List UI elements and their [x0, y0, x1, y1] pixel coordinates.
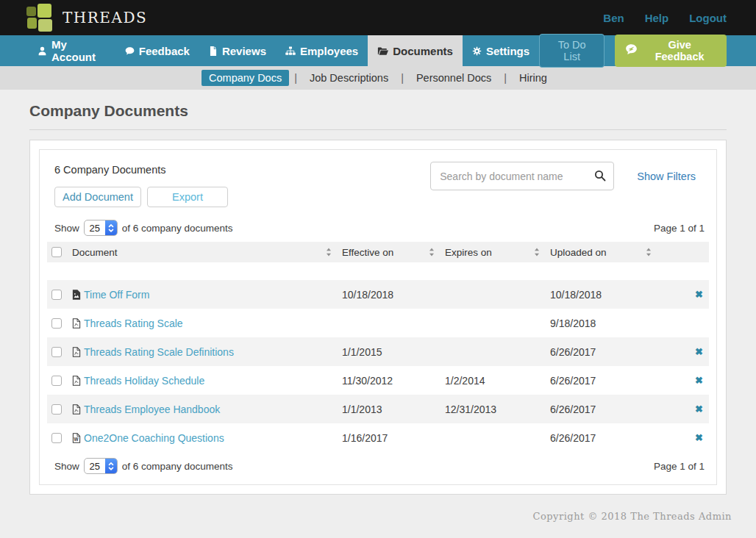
show-label: Show — [54, 223, 79, 234]
export-button[interactable]: Export — [147, 187, 228, 207]
copyright-text: Copyright © 2018 The Threads Admin — [0, 495, 756, 522]
column-header-label: Expires on — [445, 247, 492, 258]
subnav-item-job-descriptions[interactable]: Job Descriptions — [302, 70, 396, 86]
brand-name: THREADS — [63, 9, 147, 26]
sort-icon[interactable] — [646, 248, 657, 257]
sitemap-icon — [285, 46, 296, 56]
file-icon — [209, 46, 218, 56]
nav-tab-documents[interactable]: Documents — [368, 35, 463, 66]
table-body: Time Off Form10/18/201810/18/2018✖Thread… — [47, 280, 709, 452]
column-header-effective-on: Effective on — [338, 247, 441, 258]
documents-table: DocumentEffective onExpires onUploaded o… — [47, 242, 709, 452]
nav-tab-feedback[interactable]: Feedback — [115, 35, 199, 66]
delete-icon[interactable]: ✖ — [695, 289, 703, 300]
column-header-uploaded-on: Uploaded on — [546, 247, 657, 258]
subnav-item-hiring[interactable]: Hiring — [512, 70, 554, 86]
list-controls-bottom: Show 25 of 6 company documents Page 1 of… — [47, 458, 709, 474]
nav-tab-label: Employees — [300, 45, 358, 57]
row-checkbox[interactable] — [51, 404, 62, 415]
delete-icon[interactable]: ✖ — [695, 432, 703, 443]
page-indicator: Page 1 of 1 — [654, 461, 705, 472]
document-link[interactable]: Time Off Form — [84, 289, 149, 301]
app-logo[interactable]: THREADS — [26, 1, 147, 34]
row-checkbox[interactable] — [51, 376, 62, 386]
per-page-select[interactable]: 25 — [84, 458, 118, 474]
nav-tab-my-account[interactable]: My Account — [28, 35, 115, 66]
nav-tab-label: Settings — [486, 45, 529, 57]
delete-icon[interactable]: ✖ — [695, 346, 703, 357]
page-indicator: Page 1 of 1 — [654, 223, 705, 234]
search-input[interactable] — [430, 162, 614, 190]
column-header-expires-on: Expires on — [441, 247, 546, 258]
delete-icon[interactable]: ✖ — [695, 404, 703, 415]
effective-on-cell: 1/16/2017 — [338, 432, 441, 444]
show-filters-link[interactable]: Show Filters — [637, 171, 696, 182]
feedback-bubble-icon — [625, 43, 638, 58]
nav-tab-reviews[interactable]: Reviews — [199, 35, 276, 66]
document-link[interactable]: Threads Holiday Schedule — [84, 375, 204, 387]
row-checkbox[interactable] — [51, 347, 62, 357]
select-stepper-icon — [105, 458, 117, 474]
subnav-separator: | — [294, 72, 297, 84]
comment-icon — [125, 46, 135, 56]
table-row: Time Off Form10/18/201810/18/2018✖ — [47, 280, 709, 309]
row-checkbox[interactable] — [51, 290, 62, 300]
table-header-row: DocumentEffective onExpires onUploaded o… — [47, 242, 709, 262]
gear-icon — [472, 46, 482, 56]
sort-icon[interactable] — [326, 248, 338, 257]
documents-panel-inner: 6 Company Documents Add Document Export … — [39, 149, 717, 485]
main-nav: My AccountFeedbackReviewsEmployeesDocume… — [0, 35, 756, 66]
give-feedback-label: Give Feedback — [643, 39, 716, 62]
threads-logo-icon — [26, 3, 54, 34]
sub-nav: Company Docs|Job Descriptions|Personnel … — [0, 66, 756, 90]
document-link[interactable]: Threads Employee Handbook — [84, 404, 220, 415]
table-row: WOne2One Coaching Questions1/16/20176/26… — [47, 423, 709, 452]
folder-open-icon — [377, 46, 388, 56]
per-page-select[interactable]: 25 — [84, 220, 118, 236]
select-all-checkbox[interactable] — [51, 247, 62, 257]
file-pdf-icon — [72, 376, 81, 386]
table-row: Threads Employee Handbook1/1/201312/31/2… — [47, 395, 709, 423]
top-bar: THREADS BenHelpLogout — [0, 0, 756, 35]
effective-on-cell: 10/18/2018 — [338, 289, 441, 301]
delete-icon[interactable]: ✖ — [695, 375, 703, 386]
sort-icon[interactable] — [534, 248, 546, 257]
table-row: Threads Holiday Schedule11/30/20121/2/20… — [47, 366, 709, 395]
expires-on-cell: 1/2/2014 — [441, 375, 546, 387]
column-header-document: Document — [68, 247, 338, 258]
uploaded-on-cell: 6/26/2017 — [546, 432, 657, 444]
give-feedback-button[interactable]: Give Feedback — [615, 35, 727, 67]
file-pdf-icon — [72, 318, 81, 329]
topbar-link-logout[interactable]: Logout — [689, 12, 727, 24]
topbar-link-ben[interactable]: Ben — [603, 12, 624, 24]
documents-count: 6 Company Documents — [47, 162, 228, 176]
column-header-label: Uploaded on — [550, 247, 607, 258]
add-document-button[interactable]: Add Document — [54, 187, 141, 207]
topbar-link-help[interactable]: Help — [645, 12, 669, 24]
nav-tab-employees[interactable]: Employees — [276, 35, 368, 66]
page-title: Company Documents — [29, 102, 727, 120]
sort-icon[interactable] — [429, 248, 441, 257]
uploaded-on-cell: 6/26/2017 — [546, 375, 657, 387]
topbar-links: BenHelpLogout — [603, 12, 727, 24]
subnav-item-company-docs[interactable]: Company Docs — [202, 70, 289, 86]
subnav-separator: | — [401, 72, 404, 84]
file-pdf-icon — [72, 404, 81, 415]
column-header-label: Document — [72, 247, 118, 258]
document-link[interactable]: Threads Rating Scale — [84, 318, 183, 329]
document-link[interactable]: One2One Coaching Questions — [84, 432, 224, 444]
subnav-item-personnel-docs[interactable]: Personnel Docs — [409, 70, 499, 86]
show-label: Show — [54, 461, 79, 472]
row-checkbox[interactable] — [51, 433, 62, 443]
effective-on-cell: 1/1/2015 — [338, 346, 441, 358]
todo-list-button[interactable]: To Do List — [539, 34, 605, 68]
expires-on-cell: 12/31/2013 — [441, 404, 546, 415]
search-icon[interactable] — [594, 170, 606, 184]
row-checkbox[interactable] — [51, 318, 62, 329]
column-header-label: Effective on — [342, 247, 393, 258]
nav-tab-settings[interactable]: Settings — [463, 35, 539, 66]
user-icon — [38, 46, 47, 56]
document-link[interactable]: Threads Rating Scale Definitions — [84, 346, 234, 358]
subnav-separator: | — [504, 72, 507, 84]
of-count-label: of 6 company documents — [122, 223, 233, 234]
